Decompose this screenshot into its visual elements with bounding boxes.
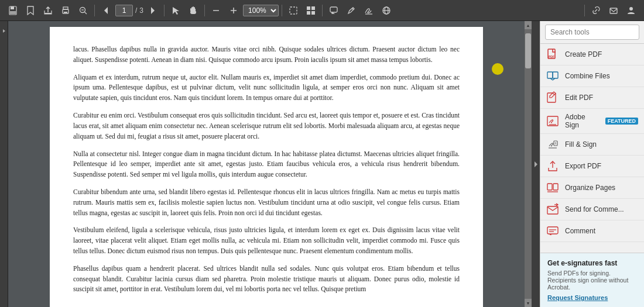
scrollbar-up-arrow[interactable]: ▲ — [525, 21, 532, 29]
search-tools-container — [540, 21, 644, 44]
pdf-paragraph-3: Curabitur eu enim orci. Vestibulum conse… — [73, 111, 460, 142]
zoom-minus-button[interactable] — [208, 2, 224, 19]
tool-item-organize-pages[interactable]: Organize Pages — [540, 177, 644, 199]
tool-item-fill-sign[interactable]: Fill & Sign — [540, 134, 644, 156]
hand-tool-button[interactable] — [185, 2, 201, 19]
svg-line-10 — [85, 12, 87, 14]
separator6 — [584, 5, 585, 16]
share-button[interactable] — [378, 2, 395, 19]
nav-back-button[interactable] — [98, 2, 114, 19]
tool-item-combine-files[interactable]: Combine Files — [540, 65, 644, 87]
svg-rect-40 — [553, 72, 558, 78]
save-button[interactable] — [5, 2, 21, 19]
tool-label-comment: Comment — [565, 227, 638, 235]
separator — [94, 5, 95, 16]
promo-cta-button[interactable]: Request Signatures — [547, 294, 637, 301]
create-pdf-icon: PDF — [546, 48, 559, 61]
separator2 — [164, 5, 165, 16]
select-tool-button[interactable] — [167, 2, 184, 19]
svg-rect-18 — [190, 8, 191, 11]
svg-rect-57 — [547, 227, 558, 234]
promo-description: Send PDFs for signing. Recipients sign o… — [547, 270, 637, 291]
marquee-zoom-button[interactable] — [285, 2, 302, 19]
page-number-input[interactable] — [115, 5, 133, 16]
tool-item-send-for-comment[interactable]: Send for Comme... — [540, 199, 644, 220]
pdf-paragraph-2: Aliquam et ex interdum, rutrum neque ut,… — [73, 73, 460, 104]
comment-icon — [546, 225, 559, 237]
featured-badge: FEATURED — [605, 118, 638, 125]
email-button[interactable] — [605, 2, 622, 19]
comment-toolbar-button[interactable] — [326, 2, 342, 19]
svg-marker-36 — [535, 161, 537, 167]
export-icon — [546, 160, 559, 173]
pdf-paragraph-5: Curabitur bibendum ante urna, sed blandi… — [73, 187, 460, 218]
svg-rect-33 — [610, 8, 617, 13]
print-button[interactable] — [57, 2, 74, 19]
bookmark-button[interactable] — [22, 2, 39, 19]
svg-rect-1 — [11, 6, 14, 9]
tool-item-adobe-sign[interactable]: Adobe SignFEATURED — [540, 109, 644, 134]
tool-item-comment[interactable]: Comment — [540, 220, 644, 242]
svg-rect-17 — [194, 7, 195, 11]
zoom-out-button[interactable] — [75, 2, 91, 19]
svg-marker-11 — [104, 7, 108, 14]
svg-rect-53 — [553, 184, 558, 190]
pen-button[interactable] — [343, 2, 359, 19]
upload-button[interactable] — [40, 2, 56, 19]
tool-label-edit-pdf: Edit PDF — [565, 94, 638, 102]
pdf-viewer[interactable]: lacus. Phasellus dapibus nulla in gravid… — [8, 21, 525, 307]
svg-rect-26 — [311, 11, 315, 15]
svg-rect-2 — [10, 11, 16, 14]
main-content: lacus. Phasellus dapibus nulla in gravid… — [0, 21, 644, 307]
zoom-select[interactable]: 100% 75% 125% 150% — [243, 5, 279, 16]
sign-toolbar-button[interactable] — [361, 2, 377, 19]
tool-item-edit-pdf[interactable]: Edit PDF — [540, 87, 644, 109]
pdf-paragraph-6: Vestibulum eleifend, ligula a scelerisqu… — [73, 225, 460, 256]
svg-rect-15 — [191, 7, 193, 11]
pdf-page: lacus. Phasellus dapibus nulla in gravid… — [50, 27, 483, 307]
tool-label-organize-pages: Organize Pages — [565, 184, 638, 192]
combine-icon — [546, 70, 559, 82]
user-button[interactable] — [623, 2, 639, 19]
pdf-paragraph-4: Nulla at consectetur nisl. Integer congu… — [73, 149, 460, 180]
main-toolbar: / 3 100% 75% 12 — [0, 0, 644, 21]
tool-label-adobe-sign: Adobe Sign — [565, 113, 600, 129]
edit-icon — [546, 91, 559, 104]
left-sidebar — [0, 21, 8, 307]
page-info: / 3 — [115, 5, 143, 16]
svg-rect-27 — [330, 7, 337, 12]
svg-rect-23 — [307, 6, 310, 10]
scrollbar-down-arrow[interactable]: ▼ — [525, 299, 532, 307]
fill-sign-icon — [546, 138, 559, 151]
svg-rect-7 — [64, 12, 67, 13]
pdf-paragraph-1: lacus. Phasellus dapibus nulla in gravid… — [73, 44, 460, 65]
page-separator: / — [135, 6, 137, 15]
right-panel: PDF Create PDF Combine Files Edit PDF Ad… — [540, 21, 644, 307]
promo-box: Get e-signatures fast Send PDFs for sign… — [540, 253, 644, 307]
panel-collapse-button[interactable] — [532, 21, 540, 307]
tool-item-export-pdf[interactable]: Export PDF — [540, 156, 644, 177]
page-total: 3 — [139, 6, 143, 15]
svg-marker-13 — [173, 7, 179, 15]
promo-title: Get e-signatures fast — [547, 259, 637, 267]
page-layout-button[interactable] — [303, 2, 319, 19]
sign-icon — [546, 115, 559, 127]
tool-label-export-pdf: Export PDF — [565, 162, 638, 170]
svg-rect-22 — [290, 7, 297, 14]
link-button[interactable] — [588, 2, 604, 19]
nav-forward-button[interactable] — [145, 2, 161, 19]
pdf-paragraph-7: Phasellus dapibus quam a hendrerit place… — [73, 264, 460, 295]
scrollbar-track[interactable]: ▲ ▼ — [525, 21, 532, 307]
svg-rect-24 — [311, 6, 315, 10]
separator5 — [322, 5, 323, 16]
scrollbar-thumb[interactable] — [525, 33, 531, 68]
svg-rect-16 — [193, 6, 194, 11]
organize-icon — [546, 181, 559, 194]
zoom-plus-button[interactable] — [225, 2, 242, 19]
search-tools-input[interactable] — [545, 25, 639, 40]
svg-rect-48 — [554, 141, 557, 146]
tool-label-create-pdf: Create PDF — [565, 50, 638, 58]
svg-marker-12 — [151, 7, 155, 14]
tool-item-create-pdf[interactable]: PDF Create PDF — [540, 44, 644, 65]
svg-rect-25 — [307, 11, 310, 15]
